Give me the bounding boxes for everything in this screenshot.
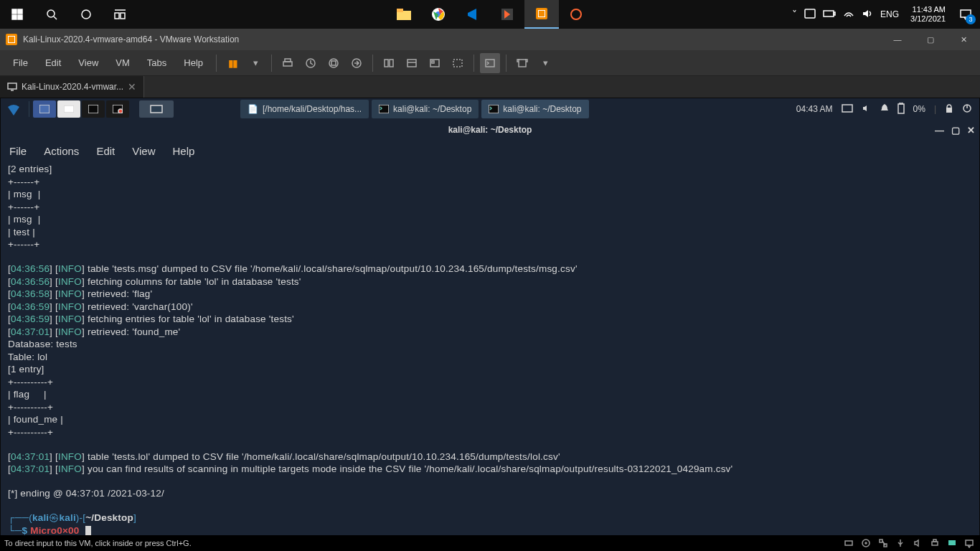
view-split-button[interactable]: [379, 53, 399, 73]
status-printer-icon[interactable]: [928, 537, 941, 550]
close-button[interactable]: ✕: [947, 29, 980, 50]
launcher-1[interactable]: [33, 100, 56, 118]
view-stretch-button[interactable]: [448, 53, 468, 73]
svg-rect-1: [18, 9, 22, 14]
search-button[interactable]: [34, 0, 69, 29]
term-close-button[interactable]: ✕: [967, 125, 975, 136]
view-thumbnail-button[interactable]: [425, 53, 445, 73]
tray-volume-icon[interactable]: [862, 9, 873, 21]
document-icon: 📄: [248, 104, 258, 114]
power-dropdown[interactable]: ▾: [245, 53, 265, 73]
pause-button[interactable]: ▮▮: [222, 53, 242, 73]
vmware-logo-icon: [6, 34, 17, 45]
svg-rect-58: [948, 540, 956, 545]
svg-rect-39: [88, 105, 98, 113]
lock-icon[interactable]: [945, 103, 953, 116]
tray-onedrive-icon[interactable]: [804, 9, 816, 21]
taskbar-vscode-icon[interactable]: [456, 0, 490, 29]
svg-rect-24: [331, 61, 336, 65]
tab-close-icon[interactable]: ✕: [128, 81, 136, 93]
svg-rect-20: [283, 62, 292, 66]
maximize-button[interactable]: ▢: [914, 29, 947, 50]
power-icon[interactable]: [962, 103, 972, 116]
svg-point-23: [329, 59, 338, 67]
menu-view[interactable]: View: [71, 55, 105, 71]
monitor-icon: [7, 83, 17, 91]
battery-icon[interactable]: [897, 103, 905, 116]
status-hdd-icon[interactable]: [842, 537, 855, 550]
kali-menu-button[interactable]: [1, 98, 26, 120]
start-button[interactable]: [0, 0, 34, 29]
term-maximize-button[interactable]: ▢: [951, 125, 960, 136]
svg-rect-57: [933, 540, 936, 542]
vm-tab[interactable]: Kali-Linux-2020.4-vmwar... ✕: [0, 76, 144, 98]
term-menu-view[interactable]: View: [132, 145, 155, 157]
taskbar-app-icon[interactable]: [559, 0, 593, 29]
view-single-button[interactable]: [402, 53, 422, 73]
vm-viewport[interactable]: 📄[/home/kali/Desktop/has... kali@kali: ~…: [0, 98, 980, 535]
svg-line-5: [54, 17, 57, 19]
snapshot-manager-button[interactable]: [324, 53, 344, 73]
task-editor[interactable]: 📄[/home/kali/Desktop/has...: [240, 100, 369, 118]
launcher-4[interactable]: [106, 100, 129, 118]
fullscreen-dropdown[interactable]: ▾: [535, 53, 555, 73]
taskbar-burp-icon[interactable]: [490, 0, 524, 29]
svg-rect-48: [946, 108, 952, 113]
menu-help[interactable]: Help: [176, 55, 210, 71]
workspace-switcher[interactable]: [139, 100, 174, 118]
fullscreen-button[interactable]: [512, 53, 532, 73]
notifications-button[interactable]: 3: [957, 6, 974, 23]
terminal-output[interactable]: [2 entries] +------+ | msg | +------+ | …: [1, 161, 979, 538]
taskbar-chrome-icon[interactable]: [421, 0, 456, 29]
console-button[interactable]: [480, 53, 500, 73]
vmware-title-text: Kali-Linux-2020.4-vmware-amd64 - VMware …: [23, 34, 239, 44]
keyboard-icon[interactable]: [842, 104, 853, 115]
status-message-icon[interactable]: [963, 537, 976, 550]
tray-wifi-icon[interactable]: [843, 9, 854, 21]
snapshot-button[interactable]: [301, 53, 321, 73]
tray-battery-icon[interactable]: [823, 9, 836, 20]
cortana-button[interactable]: [69, 0, 103, 29]
svg-point-4: [47, 10, 55, 17]
term-menu-edit[interactable]: Edit: [96, 145, 115, 157]
svg-rect-51: [845, 541, 852, 545]
send-cad-button[interactable]: [278, 53, 298, 73]
menu-tabs[interactable]: Tabs: [140, 55, 174, 71]
volume-icon[interactable]: [862, 104, 872, 115]
svg-rect-54: [880, 540, 882, 542]
svg-point-53: [865, 542, 867, 544]
launcher-2[interactable]: [57, 100, 80, 118]
term-menu-file[interactable]: File: [9, 145, 27, 157]
menu-edit[interactable]: Edit: [38, 55, 68, 71]
taskbar-explorer-icon[interactable]: [387, 0, 421, 29]
tray-clock[interactable]: 11:43 AM3/12/2021: [906, 5, 950, 24]
terminal-icon: [489, 105, 499, 113]
notifications-icon[interactable]: [880, 103, 889, 116]
status-net-icon[interactable]: [877, 537, 890, 550]
svg-rect-32: [453, 60, 462, 67]
tray-chevron-icon[interactable]: ˅: [792, 9, 797, 20]
term-minimize-button[interactable]: —: [935, 125, 944, 136]
status-hint: To direct input to this VM, click inside…: [4, 539, 192, 547]
task-terminal-1[interactable]: kali@kali: ~/Desktop: [372, 100, 479, 118]
status-usb-icon[interactable]: [894, 537, 907, 550]
vmware-menubar: File Edit View VM Tabs Help ▮▮ ▾ ▾: [0, 50, 980, 76]
status-sound-icon[interactable]: [911, 537, 924, 550]
launcher-3[interactable]: [82, 100, 105, 118]
status-display-icon[interactable]: [946, 537, 958, 550]
svg-rect-46: [898, 104, 904, 113]
status-cd-icon[interactable]: [859, 537, 872, 550]
taskbar-vmware-icon[interactable]: [524, 0, 559, 29]
minimize-button[interactable]: —: [881, 29, 914, 50]
menu-vm[interactable]: VM: [108, 55, 137, 71]
revert-button[interactable]: [347, 53, 367, 73]
term-menu-help[interactable]: Help: [172, 145, 194, 157]
terminal-titlebar: kali@kali: ~/Desktop — ▢ ✕: [1, 120, 979, 140]
panel-clock[interactable]: 04:43 AM: [796, 104, 833, 114]
menu-file[interactable]: File: [6, 55, 35, 71]
term-menu-actions[interactable]: Actions: [44, 145, 79, 157]
taskview-button[interactable]: [103, 0, 138, 29]
svg-rect-18: [834, 12, 835, 15]
tray-language[interactable]: ENG: [880, 9, 899, 19]
task-terminal-2[interactable]: kali@kali: ~/Desktop: [481, 100, 588, 118]
